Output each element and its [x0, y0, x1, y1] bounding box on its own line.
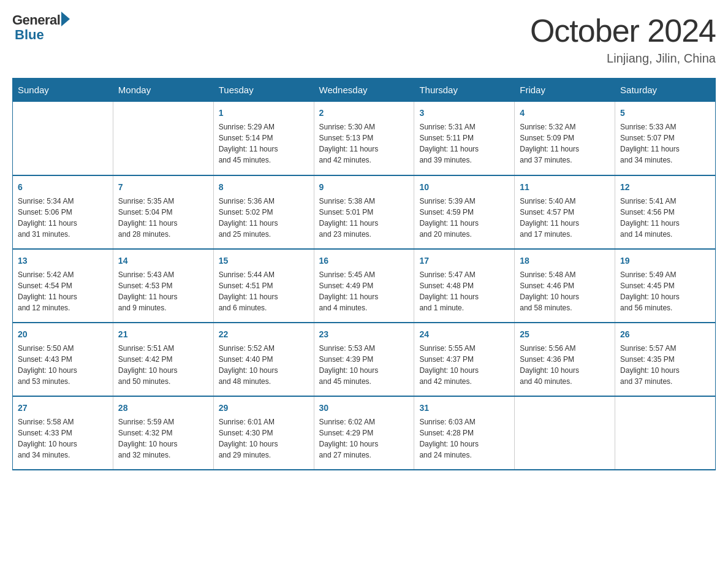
day-info: Sunrise: 5:45 AM Sunset: 4:49 PM Dayligh…	[319, 269, 409, 313]
day-number: 25	[520, 328, 610, 341]
header-cell-saturday: Saturday	[615, 79, 716, 102]
calendar-cell: 15Sunrise: 5:44 AM Sunset: 4:51 PM Dayli…	[213, 249, 314, 323]
calendar-week-1: 1Sunrise: 5:29 AM Sunset: 5:14 PM Daylig…	[13, 102, 716, 175]
calendar-cell	[13, 102, 113, 175]
day-info: Sunrise: 5:51 AM Sunset: 4:42 PM Dayligh…	[118, 343, 208, 387]
day-info: Sunrise: 6:03 AM Sunset: 4:28 PM Dayligh…	[419, 416, 509, 461]
day-info: Sunrise: 5:56 AM Sunset: 4:36 PM Dayligh…	[520, 343, 610, 387]
calendar-cell: 13Sunrise: 5:42 AM Sunset: 4:54 PM Dayli…	[13, 249, 113, 323]
day-number: 12	[620, 181, 710, 194]
header-cell-tuesday: Tuesday	[213, 79, 314, 102]
calendar-cell: 4Sunrise: 5:32 AM Sunset: 5:09 PM Daylig…	[515, 102, 615, 175]
day-number: 21	[118, 328, 208, 341]
day-info: Sunrise: 5:33 AM Sunset: 5:07 PM Dayligh…	[620, 121, 710, 166]
day-info: Sunrise: 5:52 AM Sunset: 4:40 PM Dayligh…	[219, 343, 309, 387]
day-number: 7	[118, 181, 208, 194]
day-info: Sunrise: 5:29 AM Sunset: 5:14 PM Dayligh…	[219, 121, 309, 166]
day-info: Sunrise: 5:32 AM Sunset: 5:09 PM Dayligh…	[520, 121, 610, 166]
day-number: 17	[419, 255, 509, 267]
day-info: Sunrise: 5:55 AM Sunset: 4:37 PM Dayligh…	[419, 343, 509, 387]
calendar-cell: 9Sunrise: 5:38 AM Sunset: 5:01 PM Daylig…	[314, 175, 414, 249]
day-info: Sunrise: 6:02 AM Sunset: 4:29 PM Dayligh…	[319, 416, 409, 461]
header-cell-thursday: Thursday	[414, 79, 515, 102]
day-info: Sunrise: 5:41 AM Sunset: 4:56 PM Dayligh…	[620, 196, 710, 240]
day-info: Sunrise: 5:50 AM Sunset: 4:43 PM Dayligh…	[18, 343, 108, 387]
title-area: October 2024 Linjiang, Jilin, China	[530, 12, 716, 66]
calendar-cell: 17Sunrise: 5:47 AM Sunset: 4:48 PM Dayli…	[414, 249, 515, 323]
calendar-cell: 24Sunrise: 5:55 AM Sunset: 4:37 PM Dayli…	[414, 323, 515, 396]
location-subtitle: Linjiang, Jilin, China	[530, 52, 716, 66]
day-number: 3	[419, 107, 509, 120]
logo-blue-text: Blue	[15, 27, 44, 43]
calendar-cell: 11Sunrise: 5:40 AM Sunset: 4:57 PM Dayli…	[515, 175, 615, 249]
day-info: Sunrise: 5:42 AM Sunset: 4:54 PM Dayligh…	[18, 269, 108, 313]
day-info: Sunrise: 5:31 AM Sunset: 5:11 PM Dayligh…	[419, 121, 509, 166]
calendar-cell: 5Sunrise: 5:33 AM Sunset: 5:07 PM Daylig…	[615, 102, 716, 175]
month-title: October 2024	[530, 12, 716, 49]
day-info: Sunrise: 5:39 AM Sunset: 4:59 PM Dayligh…	[419, 196, 509, 240]
header-cell-friday: Friday	[515, 79, 615, 102]
day-number: 26	[620, 328, 710, 341]
header-cell-wednesday: Wednesday	[314, 79, 414, 102]
calendar-week-2: 6Sunrise: 5:34 AM Sunset: 5:06 PM Daylig…	[13, 175, 716, 249]
calendar-cell: 6Sunrise: 5:34 AM Sunset: 5:06 PM Daylig…	[13, 175, 113, 249]
calendar-cell	[113, 102, 213, 175]
calendar-cell	[615, 396, 716, 470]
calendar-cell: 14Sunrise: 5:43 AM Sunset: 4:53 PM Dayli…	[113, 249, 213, 323]
day-number: 2	[319, 107, 409, 120]
calendar-cell: 10Sunrise: 5:39 AM Sunset: 4:59 PM Dayli…	[414, 175, 515, 249]
calendar-cell: 30Sunrise: 6:02 AM Sunset: 4:29 PM Dayli…	[314, 396, 414, 470]
logo-arrow-icon	[61, 12, 70, 26]
header-row: SundayMondayTuesdayWednesdayThursdayFrid…	[13, 79, 716, 102]
calendar-cell: 26Sunrise: 5:57 AM Sunset: 4:35 PM Dayli…	[615, 323, 716, 396]
header-cell-monday: Monday	[113, 79, 213, 102]
calendar-week-5: 27Sunrise: 5:58 AM Sunset: 4:33 PM Dayli…	[13, 396, 716, 470]
day-info: Sunrise: 6:01 AM Sunset: 4:30 PM Dayligh…	[219, 416, 309, 461]
day-number: 20	[18, 328, 108, 341]
day-number: 22	[219, 328, 309, 341]
day-info: Sunrise: 5:57 AM Sunset: 4:35 PM Dayligh…	[620, 343, 710, 387]
calendar-cell: 1Sunrise: 5:29 AM Sunset: 5:14 PM Daylig…	[213, 102, 314, 175]
day-number: 13	[18, 255, 108, 267]
day-number: 31	[419, 402, 509, 415]
day-number: 9	[319, 181, 409, 194]
day-info: Sunrise: 5:35 AM Sunset: 5:04 PM Dayligh…	[118, 196, 208, 240]
day-info: Sunrise: 5:34 AM Sunset: 5:06 PM Dayligh…	[18, 196, 108, 240]
day-info: Sunrise: 5:47 AM Sunset: 4:48 PM Dayligh…	[419, 269, 509, 313]
day-number: 4	[520, 107, 610, 120]
calendar-cell: 25Sunrise: 5:56 AM Sunset: 4:36 PM Dayli…	[515, 323, 615, 396]
calendar-cell: 21Sunrise: 5:51 AM Sunset: 4:42 PM Dayli…	[113, 323, 213, 396]
calendar-week-4: 20Sunrise: 5:50 AM Sunset: 4:43 PM Dayli…	[13, 323, 716, 396]
day-info: Sunrise: 5:40 AM Sunset: 4:57 PM Dayligh…	[520, 196, 610, 240]
day-info: Sunrise: 5:49 AM Sunset: 4:45 PM Dayligh…	[620, 269, 710, 313]
day-info: Sunrise: 5:36 AM Sunset: 5:02 PM Dayligh…	[219, 196, 309, 240]
header-cell-sunday: Sunday	[13, 79, 113, 102]
day-number: 11	[520, 181, 610, 194]
calendar-cell: 2Sunrise: 5:30 AM Sunset: 5:13 PM Daylig…	[314, 102, 414, 175]
day-number: 1	[219, 107, 309, 120]
day-info: Sunrise: 5:30 AM Sunset: 5:13 PM Dayligh…	[319, 121, 409, 166]
calendar-body: 1Sunrise: 5:29 AM Sunset: 5:14 PM Daylig…	[13, 102, 716, 470]
day-number: 23	[319, 328, 409, 341]
day-number: 28	[118, 402, 208, 415]
calendar-cell	[515, 396, 615, 470]
calendar-table: SundayMondayTuesdayWednesdayThursdayFrid…	[12, 78, 716, 470]
day-number: 8	[219, 181, 309, 194]
calendar-cell: 20Sunrise: 5:50 AM Sunset: 4:43 PM Dayli…	[13, 323, 113, 396]
day-number: 29	[219, 402, 309, 415]
day-info: Sunrise: 5:53 AM Sunset: 4:39 PM Dayligh…	[319, 343, 409, 387]
day-number: 30	[319, 402, 409, 415]
calendar-header: SundayMondayTuesdayWednesdayThursdayFrid…	[13, 79, 716, 102]
logo-general-text: General	[12, 12, 60, 28]
day-number: 27	[18, 402, 108, 415]
day-info: Sunrise: 5:43 AM Sunset: 4:53 PM Dayligh…	[118, 269, 208, 313]
calendar-cell: 19Sunrise: 5:49 AM Sunset: 4:45 PM Dayli…	[615, 249, 716, 323]
day-info: Sunrise: 5:48 AM Sunset: 4:46 PM Dayligh…	[520, 269, 610, 313]
calendar-cell: 22Sunrise: 5:52 AM Sunset: 4:40 PM Dayli…	[213, 323, 314, 396]
day-number: 18	[520, 255, 610, 267]
day-info: Sunrise: 5:59 AM Sunset: 4:32 PM Dayligh…	[118, 416, 208, 461]
calendar-cell: 31Sunrise: 6:03 AM Sunset: 4:28 PM Dayli…	[414, 396, 515, 470]
calendar-cell: 16Sunrise: 5:45 AM Sunset: 4:49 PM Dayli…	[314, 249, 414, 323]
day-info: Sunrise: 5:58 AM Sunset: 4:33 PM Dayligh…	[18, 416, 108, 461]
calendar-cell: 7Sunrise: 5:35 AM Sunset: 5:04 PM Daylig…	[113, 175, 213, 249]
